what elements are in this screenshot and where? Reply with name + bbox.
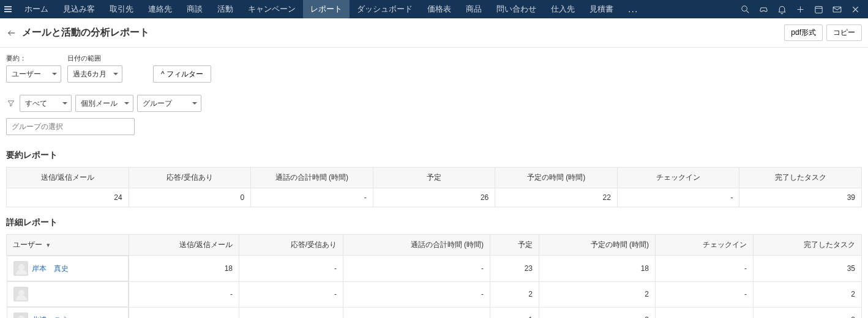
- hamburger-icon[interactable]: [4, 4, 13, 14]
- nav-item-7[interactable]: レポート: [303, 0, 350, 18]
- detail-header[interactable]: 応答/受信あり: [239, 235, 343, 256]
- filter-group-date: 日付の範囲 過去6カ月: [67, 54, 122, 83]
- detail-header[interactable]: 完了したタスク: [754, 235, 862, 256]
- mailtype-select-value: 個別メール: [81, 98, 118, 109]
- table-row: 北浦 ごう---12-2: [7, 307, 862, 318]
- user-name[interactable]: 北浦 ごう: [32, 315, 69, 319]
- detail-table: ユーザー ▼送信/返信メール応答/受信あり通話の合計時間 (時間)予定予定の時間…: [6, 234, 862, 318]
- summary-cell: 26: [373, 188, 495, 207]
- svg-rect-6: [833, 7, 841, 12]
- summary-header: 通話の合計時間 (時間): [251, 168, 373, 188]
- date-label: 日付の範囲: [67, 54, 122, 63]
- nav-item-3[interactable]: 連絡先: [141, 0, 179, 18]
- back-arrow-icon[interactable]: [6, 28, 17, 39]
- detail-cell: 1: [490, 307, 539, 318]
- summary-header: 完了したタスク: [739, 168, 862, 188]
- copy-button[interactable]: コピー: [826, 24, 862, 41]
- nav-item-6[interactable]: キャンペーン: [241, 0, 303, 18]
- nav-item-8[interactable]: ダッシュボード: [350, 0, 420, 18]
- mail-icon[interactable]: [828, 0, 846, 18]
- detail-header[interactable]: 通話の合計時間 (時間): [343, 235, 490, 256]
- filter-group-summary: 要約： ユーザー: [6, 54, 61, 83]
- detail-cell: 18: [129, 256, 239, 282]
- tools-icon[interactable]: [846, 0, 864, 18]
- detail-header-user[interactable]: ユーザー ▼: [7, 235, 129, 256]
- page-title: メールと活動の分析レポート: [22, 26, 149, 39]
- group-select[interactable]: グループ: [137, 95, 201, 112]
- filter-row-1: 要約： ユーザー 日付の範囲 過去6カ月 ^ フィルター: [6, 54, 862, 83]
- avatar: [13, 261, 28, 276]
- nav-items: ホーム見込み客取引先連絡先商談活動キャンペーンレポートダッシュボード価格表商品問…: [17, 0, 621, 18]
- nav-item-11[interactable]: 問い合わせ: [489, 0, 544, 18]
- svg-point-0: [741, 6, 747, 10]
- nav-item-5[interactable]: 活動: [210, 0, 241, 18]
- calendar-icon[interactable]: [809, 0, 828, 18]
- summary-select-value: ユーザー: [12, 69, 41, 80]
- nav-item-9[interactable]: 価格表: [420, 0, 458, 18]
- detail-cell: -: [656, 307, 754, 318]
- detail-cell: -: [343, 307, 490, 318]
- avatar: [13, 287, 28, 301]
- detail-cell: 2: [539, 281, 656, 307]
- summary-header: 予定: [373, 168, 495, 188]
- summary-cell: 24: [7, 188, 129, 207]
- nav-item-4[interactable]: 商談: [179, 0, 210, 18]
- nav-item-13[interactable]: 見積書: [582, 0, 621, 18]
- detail-cell: -: [343, 281, 490, 307]
- detail-header[interactable]: 予定: [490, 235, 539, 256]
- gamepad-icon[interactable]: [754, 0, 773, 18]
- summary-cell: 22: [495, 188, 618, 207]
- nav-item-1[interactable]: 見込み客: [56, 0, 102, 18]
- table-row: ---22-2: [7, 281, 862, 307]
- summary-cell: -: [617, 188, 739, 207]
- summary-select[interactable]: ユーザー: [6, 65, 61, 83]
- detail-cell: -: [656, 281, 754, 307]
- funnel-icon[interactable]: [6, 98, 16, 108]
- detail-cell: 2: [754, 307, 862, 318]
- group-input[interactable]: [6, 118, 135, 135]
- summary-header: 応答/受信あり: [129, 168, 251, 188]
- detail-cell: -: [656, 256, 754, 282]
- user-cell: 岸本 真史: [7, 256, 129, 281]
- user-name[interactable]: 岸本 真史: [32, 264, 69, 274]
- detail-cell: -: [343, 256, 490, 282]
- detail-cell: 23: [490, 256, 539, 282]
- nav-item-12[interactable]: 仕入先: [544, 0, 582, 18]
- nav-more[interactable]: ...: [621, 4, 645, 15]
- date-select[interactable]: 過去6カ月: [67, 65, 122, 83]
- detail-section-title: 詳細レポート: [0, 207, 868, 234]
- nav-item-2[interactable]: 取引先: [102, 0, 141, 18]
- top-nav: ホーム見込み客取引先連絡先商談活動キャンペーンレポートダッシュボード価格表商品問…: [0, 0, 868, 18]
- svg-line-1: [746, 10, 749, 13]
- plus-icon[interactable]: [791, 0, 809, 18]
- detail-cell: 2: [539, 307, 656, 318]
- summary-header: 送信/返信メール: [7, 168, 129, 188]
- detail-header[interactable]: 予定の時間 (時間): [539, 235, 656, 256]
- bell-icon[interactable]: [773, 0, 791, 18]
- svg-rect-4: [815, 6, 821, 13]
- detail-cell: -: [129, 281, 239, 307]
- detail-cell: 35: [754, 256, 862, 282]
- summary-header: 予定の時間 (時間): [495, 168, 618, 188]
- summary-header: チェックイン: [617, 168, 739, 188]
- header-actions: pdf形式 コピー: [784, 24, 862, 41]
- nav-item-0[interactable]: ホーム: [17, 0, 56, 18]
- detail-cell: 2: [754, 281, 862, 307]
- filters: 要約： ユーザー 日付の範囲 過去6カ月 ^ フィルター すべて 個別メール グ…: [0, 48, 868, 140]
- detail-header[interactable]: 送信/返信メール: [129, 235, 239, 256]
- detail-header[interactable]: チェックイン: [656, 235, 754, 256]
- detail-cell: -: [239, 256, 343, 282]
- detail-cell: -: [239, 281, 343, 307]
- summary-cell: 39: [739, 188, 862, 207]
- filter-row-2: すべて 個別メール グループ: [6, 95, 862, 112]
- search-icon[interactable]: [736, 0, 754, 18]
- summary-cell: -: [251, 188, 373, 207]
- nav-item-10[interactable]: 商品: [458, 0, 489, 18]
- detail-cell: -: [239, 307, 343, 318]
- summary-table: 送信/返信メール応答/受信あり通話の合計時間 (時間)予定予定の時間 (時間)チ…: [6, 167, 862, 207]
- pdf-button[interactable]: pdf形式: [784, 24, 823, 41]
- all-select[interactable]: すべて: [20, 95, 72, 112]
- mailtype-select[interactable]: 個別メール: [75, 95, 133, 112]
- filter-button[interactable]: ^ フィルター: [153, 65, 211, 83]
- detail-cell: 2: [490, 281, 539, 307]
